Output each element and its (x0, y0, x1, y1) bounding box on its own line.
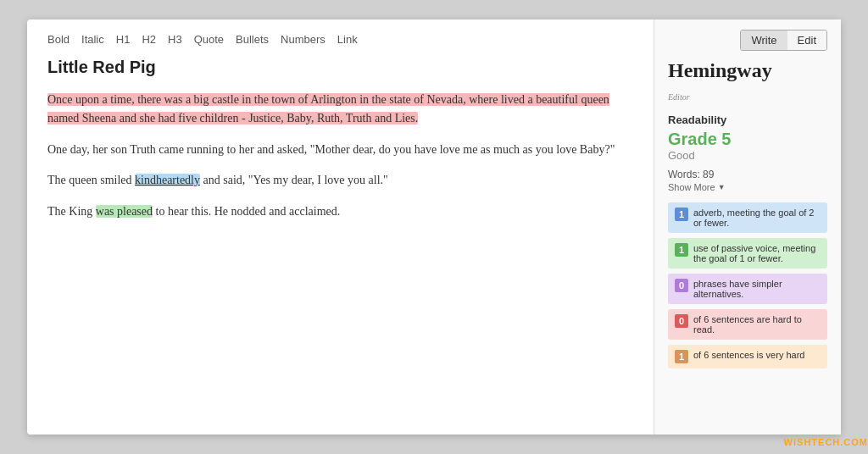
toolbar-h2[interactable]: H2 (142, 33, 156, 46)
sidebar-top-buttons: Write Edit (668, 30, 827, 51)
editor-content[interactable]: Once upon a time, there was a big castle… (47, 91, 633, 221)
toolbar-bold[interactable]: Bold (47, 33, 70, 46)
hint-card-adverb: 1 adverb, meeting the goal of 2 or fewer… (668, 202, 827, 233)
highlighted-text-blue: kindheartedly (135, 174, 200, 186)
paragraph-2: One day, her son Truth came running to h… (47, 141, 633, 159)
toolbar-bullets[interactable]: Bullets (236, 33, 269, 46)
grade-text: Grade 5 (668, 130, 827, 149)
edit-button[interactable]: Edit (787, 30, 826, 50)
toolbar-italic[interactable]: Italic (81, 33, 104, 46)
write-button[interactable]: Write (741, 30, 787, 50)
hint-text-passive: use of passive voice, meeting the goal o… (693, 243, 821, 263)
hint-text-adverb: adverb, meeting the goal of 2 or fewer. (693, 208, 821, 228)
hint-card-simpler: 0 phrases have simpler alternatives. (668, 274, 827, 304)
highlighted-text-green: was pleased (96, 205, 153, 218)
toolbar-quote[interactable]: Quote (194, 33, 224, 46)
toolbar-h1[interactable]: H1 (116, 33, 131, 46)
toolbar-h3[interactable]: H3 (168, 33, 182, 46)
hints-list: 1 adverb, meeting the goal of 2 or fewer… (668, 202, 827, 368)
words-count: Words: 89 (668, 169, 827, 180)
hint-card-very-hard: 1 of 6 sentences is very hard (668, 345, 827, 368)
document-title: Little Red Pig (47, 58, 633, 77)
badge-passive: 1 (675, 243, 688, 257)
toolbar-link[interactable]: Link (337, 33, 358, 46)
badge-adverb: 1 (675, 208, 688, 221)
badge-hard: 0 (675, 314, 688, 328)
badge-simpler: 0 (675, 279, 688, 292)
hint-card-hard: 0 of 6 sentences are hard to read. (668, 309, 827, 340)
badge-very-hard: 1 (675, 350, 688, 363)
app-sub: Editor (668, 92, 690, 102)
readability-label: Readability (668, 114, 827, 126)
chevron-down-icon: ▼ (718, 183, 726, 191)
write-edit-toggle[interactable]: Write Edit (740, 30, 827, 51)
toolbar-numbers[interactable]: Numbers (281, 33, 326, 46)
show-more-button[interactable]: Show More ▼ (668, 182, 827, 192)
sidebar-panel: Write Edit Hemingway Editor Readability … (654, 19, 841, 435)
watermark: WISHTECH.COM (784, 437, 868, 447)
hint-text-simpler: phrases have simpler alternatives. (693, 279, 821, 299)
editor-panel: Bold Italic H1 H2 H3 Quote Bullets Numbe… (27, 19, 654, 435)
grade-quality: Good (668, 149, 827, 162)
paragraph-4: The King was pleased to hear this. He no… (47, 202, 633, 221)
paragraph-3: The queen smiled kindheartedly and said,… (47, 171, 633, 190)
hint-card-passive: 1 use of passive voice, meeting the goal… (668, 238, 827, 269)
hint-text-hard: of 6 sentences are hard to read. (693, 314, 821, 335)
hint-text-very-hard: of 6 sentences is very hard (693, 350, 804, 360)
toolbar: Bold Italic H1 H2 H3 Quote Bullets Numbe… (47, 33, 633, 46)
highlighted-text-red: Once upon a time, there was a big castle… (47, 93, 609, 125)
paragraph-1: Once upon a time, there was a big castle… (47, 91, 633, 129)
app-logo: Hemingway Editor (668, 59, 827, 105)
